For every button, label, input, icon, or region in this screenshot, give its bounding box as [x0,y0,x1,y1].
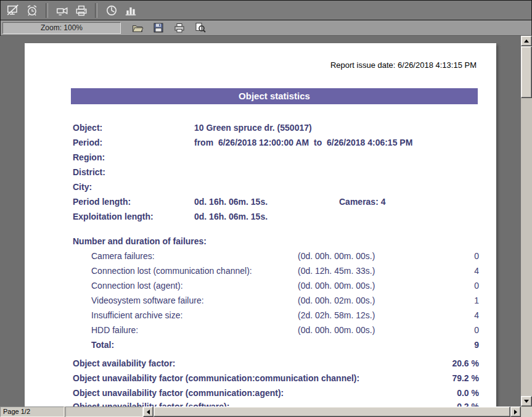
field-label: Period: [73,135,102,150]
factor-label: Object unavailability factor (communicat… [73,386,284,400]
field-label: Period length: [73,194,131,209]
report-viewer-window: Zoom: 100% [0,0,532,417]
toolbar-separator [46,3,48,18]
report-page: Report issue date: 6/26/2018 4:13:15 PM … [25,43,496,407]
vertical-scrollbar[interactable] [521,36,532,407]
factor-value: 0.0 % [457,386,479,400]
failures-header: Number and duration of failures: [25,234,496,249]
failure-label: Connection lost (agent): [91,278,183,293]
failure-duration: (0d. 12h. 45m. 33s.) [298,263,375,278]
main-toolbar [0,0,532,20]
factor-value: 20.6 % [452,356,479,371]
field-value: 0d. 16h. 06m. 15s. [194,209,268,224]
scroll-left-button[interactable] [143,407,153,417]
bar-chart-icon [124,4,137,17]
horizontal-scrollbar[interactable] [143,407,521,417]
zoom-search-icon [194,22,207,34]
failure-duration: (2d. 02h. 58m. 12s.) [298,308,375,323]
failure-count: 1 [474,293,479,308]
failure-count: 0 [474,278,479,293]
field-row-period-length: Period length: 0d. 16h. 06m. 15s. Camera… [25,194,496,209]
failure-label: Videosystem software failure: [91,293,204,308]
search-button[interactable] [192,20,208,35]
factor-row: Object unavailability factor (communicat… [25,386,496,400]
scroll-up-button[interactable] [521,36,532,46]
alarm-clock-icon [25,4,39,17]
factor-label: Object unavailability factor (communicat… [73,371,359,386]
failure-row: Insufficient archive size: (2d. 02h. 58m… [25,308,496,323]
total-value: 9 [474,337,479,352]
time-stats-button[interactable] [103,2,120,19]
camera-button[interactable] [54,2,70,19]
field-value: 0d. 16h. 06m. 15s. [194,194,268,209]
fax-print-button[interactable] [73,2,89,19]
factor-value: 0.2 % [457,399,479,407]
failures-total-row: Total: 9 [25,337,496,352]
zoom-indicator[interactable]: Zoom: 100% [2,22,121,34]
failure-row: Connection lost (communication channel):… [25,263,496,278]
failure-duration: (0d. 00h. 00m. 00s.) [298,323,375,337]
scroll-right-button[interactable] [510,407,521,417]
report-title: Object statistics [71,88,478,104]
field-row-city: City: [25,180,496,194]
left-arrow-icon [147,410,150,415]
report-viewport: Report issue date: 6/26/2018 4:13:15 PM … [0,36,521,407]
clock-icon [105,4,118,17]
alarm-button[interactable] [23,2,40,19]
toolbar-separator [95,3,97,18]
statistics-button[interactable] [122,2,139,19]
field-row-period: Period: from 6/26/2018 12:00:00 AM to 6/… [25,135,496,150]
save-icon [152,22,165,34]
field-label: District: [73,165,105,180]
status-panel-empty [65,407,143,417]
failure-label: HDD failure: [91,323,138,337]
failure-label: Insufficient archive size: [91,308,182,323]
failure-label: Connection lost (communication channel): [91,263,252,278]
scrollbar-corner [521,407,532,417]
failure-row: Videosystem software failure: (0d. 00h. … [25,293,496,308]
failure-count: 4 [474,263,479,278]
field-row-object: Object: 10 Green spruce dr. (550017) [25,120,496,135]
factor-value: 79.2 % [452,371,479,386]
camera-icon [55,4,69,17]
factor-row: Object availability factor: 20.6 % [25,356,496,371]
field-row-region: Region: [25,150,496,165]
failure-duration: (0d. 00h. 00m. 00s.) [298,249,375,263]
open-folder-icon [131,22,144,34]
failure-row: Connection lost (agent): (0d. 00h. 00m. … [25,278,496,293]
down-arrow-icon [524,400,529,403]
field-label: Object: [73,120,102,135]
scroll-down-button[interactable] [521,396,532,407]
print-button[interactable] [171,20,187,35]
open-button[interactable] [129,20,145,35]
failures-header-label: Number and duration of failures: [73,234,207,249]
factor-row: Object unavailability factor (communicat… [25,371,496,386]
failure-count: 0 [474,323,479,337]
field-label: Region: [73,150,105,165]
failure-count: 4 [474,308,479,323]
page-indicator: Page 1/2 [0,407,64,417]
horizontal-scroll-thumb[interactable] [153,407,510,417]
failure-count: 0 [474,249,479,263]
cameras-count: Cameras: 4 [339,194,386,209]
factor-label: Object unavailability factor (software): [73,399,229,407]
failure-row: Camera failures: (0d. 00h. 00m. 00s.) 0 [25,249,496,263]
failure-duration: (0d. 00h. 02m. 00s.) [298,293,375,308]
save-button[interactable] [150,20,166,35]
failure-row: HDD failure: (0d. 00h. 00m. 00s.) 0 [25,323,496,337]
factor-row-clipped: Object unavailability factor (software):… [25,399,496,407]
field-value: from 6/26/2018 12:00:00 AM to 6/26/2018 … [194,135,412,150]
monitor-off-icon [6,4,20,17]
report-toolbar: Zoom: 100% [1,20,531,36]
vertical-scroll-thumb[interactable] [521,46,532,98]
status-bar: Page 1/2 [0,407,532,417]
field-row-exploitation: Exploitation length: 0d. 16h. 06m. 15s. [25,209,496,224]
printer-icon [75,4,88,17]
field-row-district: District: [25,165,496,180]
up-arrow-icon [524,39,529,43]
report-issue-date: Report issue date: 6/26/2018 4:13:15 PM [330,60,477,70]
monitor-button[interactable] [4,2,21,19]
factor-label: Object availability factor: [73,356,176,371]
failure-duration: (0d. 00h. 00m. 00s.) [298,278,375,293]
failure-label: Camera failures: [91,249,155,263]
